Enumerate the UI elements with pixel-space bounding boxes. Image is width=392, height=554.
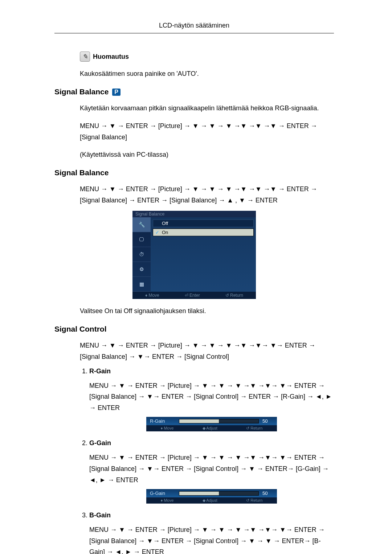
osd-option-off-label: Off: [162, 221, 168, 226]
g-gain-path: MENU → ▼ → ENTER → [Picture] → ▼ → ▼ → ▼…: [89, 452, 334, 485]
osd-footer-move: ♦ Move: [145, 293, 159, 298]
section1-intro: Käytetään korvaamaan pitkän signaalikaap…: [80, 103, 334, 113]
osd-signal-balance: Signal Balance 🔧 🖵 ⏱ ⚙ ▦ Off ✓ On: [132, 211, 256, 299]
osd-option-on-label: On: [162, 230, 168, 235]
osd-sidebar-icon-tool: 🔧: [132, 217, 151, 232]
g-gain-osd-label: G-Gain: [150, 491, 175, 496]
osd-sidebar-icon-time: ⏱: [132, 247, 151, 262]
section-signal-balance-title: Signal Balance P: [54, 87, 334, 96]
g-gain-value: 50: [262, 491, 273, 496]
check-icon: ✓: [155, 230, 160, 235]
osd-sidebar: 🔧 🖵 ⏱ ⚙ ▦: [132, 217, 151, 292]
osd-title: Signal Balance: [132, 211, 256, 217]
section2-menu-path: MENU → ▼ → ENTER → [Picture] → ▼ → ▼ → ▼…: [80, 184, 334, 206]
osd-sidebar-icon-multi: ▦: [132, 277, 151, 292]
section2-description: Valitsee On tai Off signaaliohjauksen ti…: [80, 306, 334, 316]
section-signal-control-title: Signal Control: [54, 325, 334, 333]
r-gain-path: MENU → ▼ → ENTER → [Picture] → ▼ → ▼ → ▼…: [89, 380, 334, 414]
r-gain-osd-label: R-Gain: [150, 418, 175, 424]
g-gain-footer-adjust: ◆ Adjust: [203, 498, 217, 503]
b-gain-title: B-Gain: [89, 512, 111, 519]
list-item-r-gain: R-Gain MENU → ▼ → ENTER → [Picture] → ▼ …: [89, 368, 334, 432]
r-gain-slider[interactable]: [179, 419, 259, 423]
pc-mode-badge: P: [112, 89, 121, 96]
section3-menu-path: MENU → ▼ → ENTER → [Picture] → ▼ → ▼ → ▼…: [80, 340, 334, 362]
g-gain-slider[interactable]: [179, 491, 259, 496]
r-gain-title: R-Gain: [89, 368, 111, 375]
g-gain-footer-move: ♦ Move: [161, 498, 174, 503]
note-text: Kaukosäätimen suora painike on 'AUTO'.: [80, 69, 334, 79]
osd-sidebar-icon-display: 🖵: [132, 232, 151, 247]
osd-option-on[interactable]: ✓ On: [153, 229, 254, 236]
osd-r-gain: R-Gain 50 ♦ Move ◆ Adjust ↺ Return: [146, 417, 277, 431]
list-item-b-gain: B-Gain MENU → ▼ → ENTER → [Picture] → ▼ …: [89, 512, 334, 554]
section1-title-text: Signal Balance: [54, 87, 109, 96]
note-icon: ✎: [80, 52, 90, 62]
list-item-g-gain: G-Gain MENU → ▼ → ENTER → [Picture] → ▼ …: [89, 439, 334, 504]
section-signal-balance-sub-title: Signal Balance: [54, 168, 334, 177]
page-header: LCD-näytön säätäminen: [54, 22, 334, 29]
section1-availability: (Käytettävissä vain PC-tilassa): [80, 150, 334, 160]
g-gain-title: G-Gain: [89, 439, 111, 447]
note-label: Huomautus: [93, 53, 129, 61]
divider: [54, 33, 334, 33]
g-gain-footer-return: ↺ Return: [246, 498, 262, 503]
r-gain-footer-return: ↺ Return: [246, 426, 262, 431]
osd-footer-return: ↺ Return: [225, 293, 243, 298]
osd-footer-enter: ⏎ Enter: [185, 293, 200, 298]
section1-menu-path: MENU → ▼ → ENTER → [Picture] → ▼ → ▼ → ▼…: [80, 120, 334, 143]
r-gain-footer-move: ♦ Move: [161, 426, 174, 431]
r-gain-value: 50: [262, 418, 273, 424]
r-gain-footer-adjust: ◆ Adjust: [203, 426, 217, 431]
b-gain-path: MENU → ▼ → ENTER → [Picture] → ▼ → ▼ → ▼…: [89, 524, 334, 554]
osd-sidebar-icon-setup: ⚙: [132, 262, 151, 277]
osd-option-off[interactable]: Off: [153, 219, 254, 227]
osd-g-gain: G-Gain 50 ♦ Move ◆ Adjust ↺ Return: [146, 489, 277, 504]
